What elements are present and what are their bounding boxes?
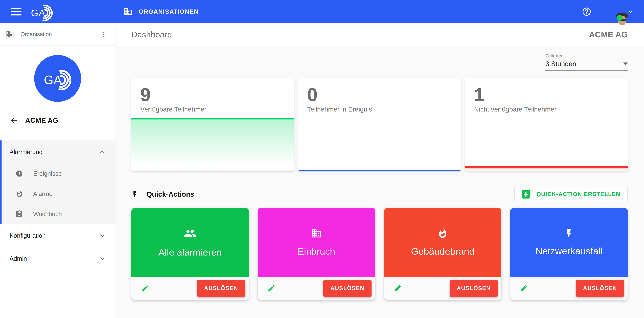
trigger-button[interactable]: AUSLÖSEN [450, 280, 498, 297]
sidebar-item-alarme[interactable]: Alarme [0, 184, 115, 204]
stats-row: 9 Verfügbare Teilnehmer 0 Teilnehmer in … [132, 78, 628, 171]
quick-action-footer: AUSLÖSEN [384, 277, 502, 300]
nav-section-header-alarmierung[interactable]: Alarmierung [0, 140, 115, 163]
sidebar-item-label: Alarme [33, 190, 52, 197]
quick-action-card-netzwerkausfall: Netzwerkausfall AUSLÖSEN [510, 208, 628, 300]
quick-actions-header: Quick-Actions QUICK-ACTION ERSTELLEN [132, 187, 628, 202]
chevron-down-icon [98, 231, 106, 240]
edit-pencil-icon[interactable] [267, 284, 276, 293]
timeframe-label: Zeitraum [546, 53, 628, 58]
sidebar-item-label: Ereignisse [33, 170, 62, 177]
caret-down-icon [623, 62, 628, 65]
main-area: Dashboard ACME AG Zeitraum 3 Stunden [116, 23, 644, 318]
svg-text:GA: GA [31, 7, 45, 18]
sidebar-item-label: Wachbuch [33, 211, 62, 218]
plus-icon [522, 190, 530, 199]
sidebar-nav: Alarmierung Ereignisse [0, 140, 115, 270]
building-icon [311, 228, 322, 239]
kebab-menu-icon[interactable] [100, 30, 108, 38]
quick-action-card-einbruch: Einbruch AUSLÖSEN [258, 208, 375, 300]
organization-building-icon [123, 7, 133, 16]
timeframe-select[interactable]: 3 Stunden [546, 60, 628, 71]
quick-action-label: Einbruch [298, 246, 335, 257]
quick-action-tile: Gebäudebrand [384, 208, 502, 277]
stat-label: Teilnehmer in Ereignis [307, 105, 455, 113]
help-icon[interactable] [582, 7, 592, 16]
stat-card-available: 9 Verfügbare Teilnehmer [132, 78, 294, 171]
stat-card-unavailable: 1 Nicht verfügbare Teilnehmer [465, 78, 628, 171]
sparkline-unavailable [465, 166, 628, 171]
stat-value: 9 [140, 85, 288, 105]
stat-label: Nicht verfügbare Teilnehmer [474, 105, 622, 113]
dashboard-content: Zeitraum 3 Stunden 9 Verfügbare Teilnehm… [116, 46, 644, 318]
organization-logo: GA [34, 55, 81, 102]
stat-value: 1 [474, 85, 622, 105]
quick-actions-title: Quick-Actions [146, 190, 194, 198]
organization-name: ACME AG [25, 116, 58, 125]
trigger-button[interactable]: AUSLÖSEN [324, 280, 372, 297]
group-icon [184, 227, 196, 240]
sidebar-item-wachbuch[interactable]: Wachbuch [0, 204, 115, 224]
quick-action-footer: AUSLÖSEN [258, 277, 375, 300]
stat-value: 0 [307, 85, 455, 105]
nav-section-label: Admin [10, 255, 27, 262]
lightning-icon [564, 228, 574, 239]
nav-section-label: Konfiguration [10, 232, 46, 239]
quick-actions-row: Alle alarmieren AUSLÖSEN [132, 208, 628, 300]
nav-section-header-konfiguration[interactable]: Konfiguration [0, 224, 115, 247]
trigger-button[interactable]: AUSLÖSEN [197, 280, 245, 297]
menu-icon[interactable] [11, 7, 22, 16]
topbar-section-label: ORGANISATIONEN [138, 8, 199, 15]
stat-card-in-event: 0 Teilnehmer in Ereignis [298, 78, 461, 171]
organization-header: ACME AG [0, 116, 115, 125]
quick-action-footer: AUSLÖSEN [510, 277, 628, 300]
nav-section-header-admin[interactable]: Admin [0, 247, 115, 270]
page-toolbar: Dashboard ACME AG [116, 23, 644, 46]
quick-action-label: Alle alarmieren [158, 247, 222, 258]
chevron-up-icon [98, 148, 106, 156]
trigger-button[interactable]: AUSLÖSEN [576, 280, 624, 297]
quick-action-tile: Einbruch [258, 208, 375, 277]
nav-section-label: Alarmierung [10, 149, 43, 155]
quick-action-footer: AUSLÖSEN [132, 277, 249, 300]
quick-action-label: Gebäudebrand [411, 246, 474, 257]
quick-action-tile: Netzwerkausfall [510, 208, 628, 277]
user-avatar[interactable] [604, 3, 622, 20]
report-icon [15, 170, 23, 178]
page-title: Dashboard [132, 30, 172, 39]
sidebar-context-label: Organisation [20, 31, 52, 37]
edit-pencil-icon[interactable] [394, 284, 402, 293]
chevron-down-icon [98, 254, 106, 263]
sidebar-item-ereignisse[interactable]: Ereignisse [0, 163, 115, 184]
edit-pencil-icon[interactable] [520, 284, 528, 293]
timeframe-filter: Zeitraum 3 Stunden [546, 53, 628, 71]
topbar-actions [582, 3, 635, 20]
quick-action-card-gebaeudebrand: Gebäudebrand AUSLÖSEN [384, 208, 502, 300]
quick-action-label: Netzwerkausfall [536, 246, 602, 256]
nav-section-alarmierung: Alarmierung Ereignisse [0, 140, 115, 224]
arrow-left-icon[interactable] [10, 116, 18, 125]
ga-logo-icon: GA [30, 2, 53, 21]
toolbar-org-name: ACME AG [589, 30, 628, 39]
lightning-icon [132, 191, 138, 198]
online-status-badge [617, 15, 622, 21]
top-app-bar: GA ORGANISATIONEN [0, 0, 644, 23]
organization-building-icon [6, 30, 14, 38]
quick-action-tile: Alle alarmieren [132, 208, 249, 277]
flame-icon [15, 190, 23, 198]
sidebar: Organisation GA ACME AG [0, 23, 116, 318]
create-quick-action-button[interactable]: QUICK-ACTION ERSTELLEN [514, 187, 628, 202]
timeframe-value: 3 Stunden [546, 60, 576, 68]
topbar-section: ORGANISATIONEN [123, 7, 199, 16]
sparkline-available [132, 118, 294, 171]
create-quick-action-label: QUICK-ACTION ERSTELLEN [536, 191, 620, 197]
stat-label: Verfügbare Teilnehmer [140, 105, 288, 113]
edit-pencil-icon[interactable] [141, 284, 149, 293]
flame-icon [437, 228, 448, 239]
quick-action-card-alle-alarmieren: Alle alarmieren AUSLÖSEN [132, 208, 249, 300]
svg-text:GA: GA [44, 73, 62, 87]
app-window: GA ORGANISATIONEN [0, 0, 644, 318]
sidebar-context-row[interactable]: Organisation [0, 23, 115, 45]
clipboard-icon [15, 210, 23, 218]
sparkline-in-event [298, 170, 461, 171]
